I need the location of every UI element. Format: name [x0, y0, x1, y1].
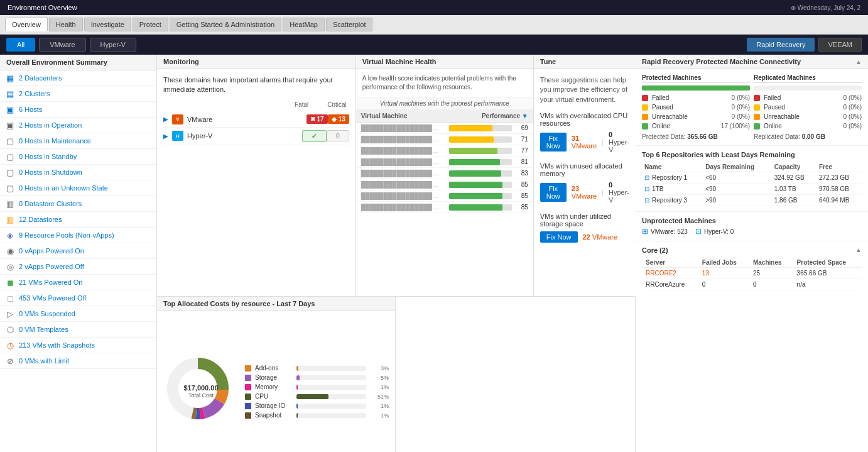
tab-getting-started[interactable]: Getting Started & Administration [170, 18, 282, 31]
core-failed-jobs: 0 [698, 279, 749, 290]
left-item-cluster[interactable]: ▤2 Clusters [0, 86, 156, 102]
left-item-label: 0 Datastore Clusters [19, 200, 82, 207]
left-item-host-standby[interactable]: ▢0 Hosts in Standby [0, 149, 156, 165]
left-item-label: 0 Hosts in Shutdown [19, 168, 82, 176]
status-dot [754, 95, 760, 101]
tune-action-row: Fix Now 23 VMware |0 Hyper-V [540, 181, 629, 204]
tune-content: These suggestions can help you improve t… [534, 69, 636, 296]
left-item-vm-limit[interactable]: ⊘0 VMs with Limit [0, 353, 156, 369]
legend-label: Memory [255, 383, 293, 390]
legend-bar [296, 385, 366, 390]
left-item-datastore-cluster[interactable]: ▥0 Datastore Clusters [0, 196, 156, 212]
repo-col-header: Free [816, 162, 862, 172]
left-item-resource-pool[interactable]: ◈9 Resource Pools (Non-vApps) [0, 228, 156, 243]
resource-pool-icon: ◈ [5, 230, 15, 240]
tune-vmware-stat: 31 VMware [572, 135, 597, 150]
filter-all-btn[interactable]: All [6, 38, 35, 52]
repo-row[interactable]: ⊡Repository 1 <60 324.92 GB 272.23 GB [642, 172, 862, 184]
veeam-btn[interactable]: VEEAM [818, 38, 862, 52]
title-bar: Environment Overview ⊕ Wednesday, July 2… [0, 0, 868, 15]
legend-bar [296, 413, 366, 418]
left-item-host-unknown[interactable]: ▢0 Hosts in an Unknown State [0, 180, 156, 196]
host-icon: ▣ [5, 104, 15, 114]
replicated-stat-row: Paused 0 (0%) [754, 102, 862, 112]
tab-protect[interactable]: Protect [133, 18, 168, 31]
tab-scatterplot[interactable]: Scatterplot [326, 18, 373, 31]
monitoring-content: These domains have important alarms that… [157, 69, 355, 296]
fix-now-btn[interactable]: Fix Now [540, 183, 567, 202]
left-item-vm-suspended[interactable]: ▷0 VMs Suspended [0, 306, 156, 322]
stat-val: 17 (100%) [721, 123, 750, 130]
costs-header: Top Allocated Costs by resource - Last 7… [157, 297, 395, 311]
left-item-label: 0 Hosts in Standby [19, 153, 77, 160]
tune-section-title: VMs with overallocated CPU resources [540, 112, 629, 127]
vm-table-row[interactable]: ██████████████████ 83 [356, 168, 533, 179]
vm-table-row[interactable]: ██████████████████ 85 [356, 179, 533, 190]
monitoring-desc: These domains have important alarms that… [163, 75, 349, 95]
repo-table: NameDays RemainingCapacityFree ⊡Reposito… [642, 162, 862, 206]
fix-now-btn[interactable]: Fix Now [540, 133, 567, 152]
vm-table-row[interactable]: ██████████████████ 85 [356, 202, 533, 213]
protected-stat-row: Online 17 (100%) [642, 121, 750, 131]
left-item-host-shutdown[interactable]: ▢0 Hosts in Shutdown [0, 165, 156, 180]
vm-table-row[interactable]: ██████████████████ 77 [356, 145, 533, 157]
core-row[interactable]: RRCoreAzure 0 0 n/a [642, 279, 862, 290]
protected-data: Protected Data: 365.66 GB [642, 133, 750, 140]
filter-hyperv-btn[interactable]: Hyper-V [90, 38, 136, 52]
left-item-label: 0 Hosts in Maintenance [19, 137, 91, 145]
expand-icon[interactable]: ▶ [163, 133, 168, 140]
left-item-vapp-on[interactable]: ◉0 vApps Powered On [0, 243, 156, 259]
left-item-host[interactable]: ▣6 Hosts [0, 102, 156, 118]
repo-name: ⊡Repository 3 [642, 195, 703, 206]
repo-capacity: 1.86 GB [772, 195, 816, 206]
tab-health[interactable]: Health [49, 18, 83, 31]
left-item-datacenter[interactable]: ▦2 Datacenters [0, 70, 156, 86]
expand-icon[interactable]: ▶ [163, 116, 168, 123]
core-row[interactable]: RRCORE2 13 25 365.66 GB [642, 268, 862, 279]
vm-table-row[interactable]: ██████████████████ 71 [356, 134, 533, 145]
core-section: Core (2) ▲ ServerFailed JobsMachinesProt… [636, 241, 868, 452]
vm-perf-cell: 77 [444, 145, 533, 157]
left-item-vm-on[interactable]: ◼21 VMs Powered On [0, 275, 156, 290]
core-machines: 0 [749, 279, 793, 290]
legend-color-swatch [245, 375, 251, 381]
repo-row[interactable]: ⊡Repository 3 >90 1.86 GB 640.94 MB [642, 195, 862, 206]
core-col-header: Machines [749, 258, 793, 268]
tab-heatmap[interactable]: HeatMap [283, 18, 325, 31]
unprotected-row: ⊞ VMware: 523 ⊡ Hyper-V: 0 [642, 227, 862, 236]
status-dot [754, 104, 760, 111]
vm-health-desc: A low health score indicates potential p… [356, 69, 533, 97]
monitoring-row-hyperv[interactable]: ▶ H Hyper-V ✔ 0 [163, 128, 349, 145]
tune-section-title: VMs with unused allocated memory [540, 162, 629, 177]
rr-scroll-up[interactable]: ▲ [855, 58, 862, 65]
vm-col-perf[interactable]: Performance ▼ [444, 110, 533, 123]
fatal-badge: ✖17 [307, 114, 328, 124]
monitor-name: Hyper-V [187, 132, 302, 140]
tab-investigate[interactable]: Investigate [84, 18, 131, 31]
left-item-host-maint[interactable]: ▢0 Hosts in Maintenance [0, 133, 156, 149]
monitoring-row-vmware[interactable]: ▶ V VMware ✖17 ◆13 [163, 112, 349, 128]
vm-table-row[interactable]: ██████████████████ 81 [356, 157, 533, 168]
left-item-vm-snapshot[interactable]: ◷213 VMs with Snapshots [0, 338, 156, 353]
repo-row[interactable]: ⊡1TB <90 1.03 TB 970.58 GB [642, 184, 862, 195]
stat-label: Online [764, 123, 840, 130]
left-item-host-op[interactable]: ▣2 Hosts in Operation [0, 118, 156, 133]
rapid-recovery-btn[interactable]: Rapid Recovery [747, 38, 815, 52]
tab-overview[interactable]: Overview [5, 18, 48, 31]
repo-name: ⊡Repository 1 [642, 172, 703, 184]
left-item-label: 0 VMs Suspended [19, 310, 75, 317]
left-item-vm-off[interactable]: ◻453 VMs Powered Off [0, 290, 156, 306]
status-dot [754, 123, 760, 130]
left-item-datastore[interactable]: ▥12 Datastores [0, 212, 156, 228]
filter-vmware-btn[interactable]: VMware [39, 38, 85, 52]
vm-table-row[interactable]: ██████████████████ 85 [356, 190, 533, 202]
fix-now-btn[interactable]: Fix Now [540, 231, 578, 243]
main-layout: Overall Environment Summary ▦2 Datacente… [0, 55, 868, 452]
core-scroll-up[interactable]: ▲ [855, 246, 862, 254]
vm-table-row[interactable]: ██████████████████ 69 [356, 123, 533, 134]
vm-perf-cell: 83 [444, 168, 533, 179]
top-row: Monitoring These domains have important … [157, 55, 636, 296]
left-item-vm-template[interactable]: ⬡0 VM Templates [0, 322, 156, 338]
left-item-vapp-off[interactable]: ◎2 vApps Powered Off [0, 259, 156, 275]
center-right: Monitoring These domains have important … [157, 55, 636, 452]
